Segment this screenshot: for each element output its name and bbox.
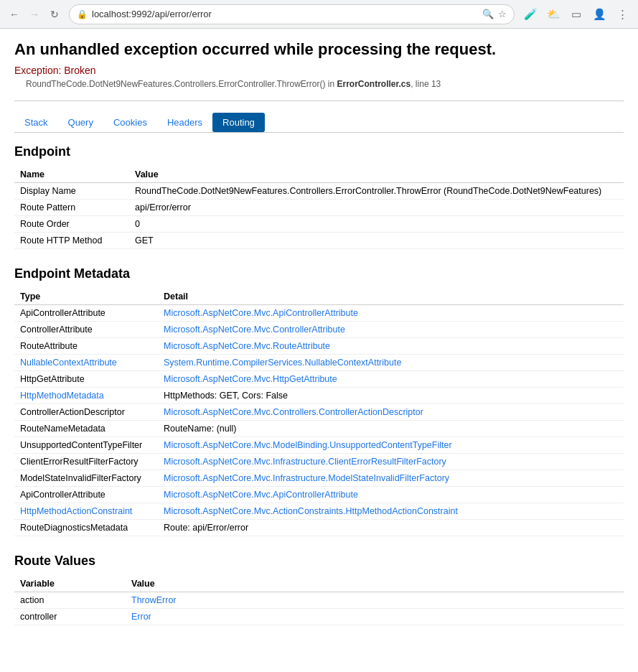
endpoint-col-value: Value [129, 167, 624, 183]
metadata-row-type: ModelStateInvalidFilterFactory [14, 470, 158, 487]
metadata-row-type: HttpMethodActionConstraint [14, 503, 158, 520]
route-col-value: Value [126, 576, 624, 592]
extensions-manager-icon[interactable]: ▭ [566, 4, 586, 24]
metadata-row-detail: Microsoft.AspNetCore.Mvc.ApiControllerAt… [158, 487, 624, 503]
metadata-row-detail: HttpMethods: GET, Cors: False [158, 388, 624, 404]
stack-trace: RoundTheCode.DotNet9NewFeatures.Controll… [14, 79, 624, 89]
tab-stack[interactable]: Stack [14, 113, 58, 132]
tab-cookies[interactable]: Cookies [103, 113, 157, 132]
metadata-row-detail: Microsoft.AspNetCore.Mvc.HttpGetAttribut… [158, 371, 624, 388]
reload-button[interactable]: ↻ [46, 6, 63, 23]
forward-button[interactable]: → [26, 6, 43, 23]
table-row: RouteDiagnosticsMetadataRoute: api/Error… [14, 520, 624, 536]
endpoint-row-name: Route Pattern [14, 200, 129, 216]
page-content: An unhandled exception occurred while pr… [0, 29, 638, 654]
metadata-row-detail: Route: api/Error/error [158, 520, 624, 536]
metadata-row-type: RouteNameMetadata [14, 421, 158, 437]
metadata-row-detail: Microsoft.AspNetCore.Mvc.ApiControllerAt… [158, 305, 624, 322]
metadata-row-type: UnsupportedContentTypeFilter [14, 437, 158, 454]
table-row: Route Order0 [14, 216, 624, 233]
main-heading: An unhandled exception occurred while pr… [14, 40, 624, 59]
endpoint-row-name: Route HTTP Method [14, 233, 129, 249]
route-row-value: ThrowError [126, 592, 624, 609]
metadata-row-type: RouteDiagnosticsMetadata [14, 520, 158, 536]
route-values-heading: Route Values [14, 554, 624, 569]
metadata-row-detail: Microsoft.AspNetCore.Mvc.ControllerAttri… [158, 322, 624, 338]
metadata-row-type: NullableContextAttribute [14, 355, 158, 371]
table-row: HttpMethodActionConstraintMicrosoft.AspN… [14, 503, 624, 520]
metadata-row-detail: Microsoft.AspNetCore.Mvc.Infrastructure.… [158, 454, 624, 470]
endpoint-row-value: 0 [129, 216, 624, 233]
table-row: Route HTTP MethodGET [14, 233, 624, 249]
metadata-row-type: ApiControllerAttribute [14, 487, 158, 503]
endpoint-table: Name Value Display NameRoundTheCode.DotN… [14, 167, 624, 249]
endpoint-row-value: GET [129, 233, 624, 249]
metadata-row-detail: Microsoft.AspNetCore.Mvc.RouteAttribute [158, 338, 624, 355]
table-row: ApiControllerAttributeMicrosoft.AspNetCo… [14, 487, 624, 503]
table-row: HttpGetAttributeMicrosoft.AspNetCore.Mvc… [14, 371, 624, 388]
search-icon: 🔍 [482, 9, 494, 19]
table-row: controllerError [14, 609, 624, 625]
route-values-table: Variable Value actionThrowErrorcontrolle… [14, 576, 624, 625]
extensions-icon[interactable]: 🧪 [520, 4, 540, 24]
exception-label: Exception: Broken [14, 65, 624, 76]
route-col-variable: Variable [14, 576, 126, 592]
metadata-col-type: Type [14, 289, 158, 305]
table-row: ControllerActionDescriptorMicrosoft.AspN… [14, 404, 624, 421]
metadata-row-detail: RouteName: (null) [158, 421, 624, 437]
route-values-section: Route Values Variable Value actionThrowE… [14, 554, 624, 625]
route-row-value: Error [126, 609, 624, 625]
browser-actions: 🧪 ⛅ ▭ 👤 ⋮ [520, 4, 632, 24]
menu-icon[interactable]: ⋮ [612, 4, 632, 24]
tab-headers[interactable]: Headers [157, 113, 212, 132]
tab-navigation: Stack Query Cookies Headers Routing [14, 113, 624, 133]
table-row: actionThrowError [14, 592, 624, 609]
address-bar[interactable]: 🔒 localhost:9992/api/error/error 🔍 ☆ [69, 4, 515, 24]
metadata-section: Endpoint Metadata Type Detail ApiControl… [14, 266, 624, 536]
route-row-variable: controller [14, 609, 126, 625]
profile-avatar[interactable]: 👤 [589, 4, 609, 24]
metadata-row-detail: System.Runtime.CompilerServices.Nullable… [158, 355, 624, 371]
table-row: ApiControllerAttributeMicrosoft.AspNetCo… [14, 305, 624, 322]
divider [14, 101, 624, 101]
metadata-row-type: ClientErrorResultFilterFactory [14, 454, 158, 470]
table-row: ModelStateInvalidFilterFactoryMicrosoft.… [14, 470, 624, 487]
endpoint-row-value: RoundTheCode.DotNet9NewFeatures.Controll… [129, 183, 624, 200]
endpoint-heading: Endpoint [14, 144, 624, 159]
stack-file: ErrorController.cs [337, 79, 411, 89]
endpoint-row-name: Display Name [14, 183, 129, 200]
stack-trace-text: RoundTheCode.DotNet9NewFeatures.Controll… [26, 79, 337, 89]
profile-icon-1[interactable]: ⛅ [543, 4, 563, 24]
metadata-col-detail: Detail [158, 289, 624, 305]
table-row: NullableContextAttributeSystem.Runtime.C… [14, 355, 624, 371]
metadata-row-detail: Microsoft.AspNetCore.Mvc.ModelBinding.Un… [158, 437, 624, 454]
bookmark-icon: ☆ [498, 9, 507, 19]
endpoint-section: Endpoint Name Value Display NameRoundThe… [14, 144, 624, 249]
endpoint-col-name: Name [14, 167, 129, 183]
table-row: Display NameRoundTheCode.DotNet9NewFeatu… [14, 183, 624, 200]
metadata-row-detail: Microsoft.AspNetCore.Mvc.Infrastructure.… [158, 470, 624, 487]
table-row: UnsupportedContentTypeFilterMicrosoft.As… [14, 437, 624, 454]
security-icon: 🔒 [77, 9, 88, 19]
metadata-heading: Endpoint Metadata [14, 266, 624, 281]
route-row-variable: action [14, 592, 126, 609]
metadata-row-detail: Microsoft.AspNetCore.Mvc.ActionConstrain… [158, 503, 624, 520]
metadata-row-detail: Microsoft.AspNetCore.Mvc.Controllers.Con… [158, 404, 624, 421]
tab-query[interactable]: Query [58, 113, 103, 132]
metadata-row-type: ControllerActionDescriptor [14, 404, 158, 421]
url-text: localhost:9992/api/error/error [92, 9, 478, 19]
metadata-row-type: ApiControllerAttribute [14, 305, 158, 322]
endpoint-row-value: api/Error/error [129, 200, 624, 216]
back-button[interactable]: ← [6, 6, 23, 23]
metadata-row-type: ControllerAttribute [14, 322, 158, 338]
tab-routing[interactable]: Routing [212, 113, 265, 132]
stack-line: , line 13 [411, 79, 441, 89]
endpoint-row-name: Route Order [14, 216, 129, 233]
table-row: ControllerAttributeMicrosoft.AspNetCore.… [14, 322, 624, 338]
metadata-row-type: HttpGetAttribute [14, 371, 158, 388]
table-row: HttpMethodMetadataHttpMethods: GET, Cors… [14, 388, 624, 404]
browser-chrome: ← → ↻ 🔒 localhost:9992/api/error/error 🔍… [0, 0, 638, 29]
table-row: RouteNameMetadataRouteName: (null) [14, 421, 624, 437]
metadata-table: Type Detail ApiControllerAttributeMicros… [14, 289, 624, 536]
metadata-row-type: RouteAttribute [14, 338, 158, 355]
